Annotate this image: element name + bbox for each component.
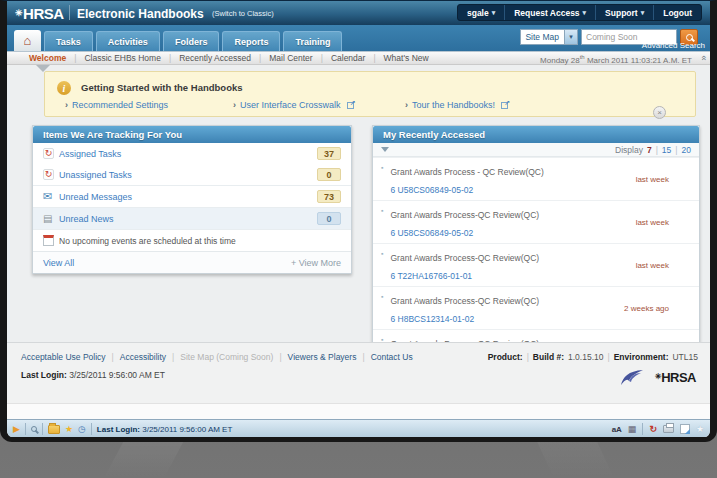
filter-funnel-icon[interactable] xyxy=(381,147,389,156)
print-icon[interactable] xyxy=(663,425,674,433)
recent-row: ▪ Grant Awards Process-QC Review(QC)6 U5… xyxy=(373,200,699,243)
grid-view-icon[interactable]: ▦ xyxy=(628,425,637,434)
toolbar-divider xyxy=(91,423,92,435)
refresh-icon[interactable]: ↻ xyxy=(649,425,657,434)
viewers-and-players-link[interactable]: Viewers & Players xyxy=(288,352,357,362)
search-icon[interactable] xyxy=(31,426,37,432)
grant-number-link[interactable]: 6 U58CS06849-05-02 xyxy=(390,185,473,195)
info-icon: i xyxy=(57,81,71,95)
footer-divider: | xyxy=(112,352,114,362)
folder-icon[interactable] xyxy=(48,425,60,434)
grant-number-link[interactable]: 6 H8BCS12314-01-02 xyxy=(390,314,474,324)
no-events-note: No upcoming events are scheduled at this… xyxy=(59,236,236,246)
tab-folders[interactable]: Folders xyxy=(163,31,220,51)
subnav-recently-accessed[interactable]: Recently Accessed xyxy=(171,53,259,63)
acceptable-use-policy-link[interactable]: Acceptable Use Policy xyxy=(21,352,106,362)
link-arrow-icon: › xyxy=(233,100,236,110)
hhs-eagle-icon xyxy=(619,367,645,387)
recent-process-title: Grant Awards Process-QC Review(QC) xyxy=(390,253,539,263)
display-option-15[interactable]: 15 xyxy=(662,145,671,155)
unassigned-tasks-link[interactable]: Unassigned Tasks xyxy=(59,170,317,180)
recommended-settings-link[interactable]: ›Recommended Settings xyxy=(65,100,168,110)
contact-us-link[interactable]: Contact Us xyxy=(371,352,413,362)
tab-tasks[interactable]: Tasks xyxy=(44,31,93,51)
grant-number-link[interactable]: 6 T22HA16766-01-01 xyxy=(390,271,472,281)
desktop-backdrop: ✳HRSA Electronic Handbooks (Switch to Cl… xyxy=(0,0,717,478)
search-icon xyxy=(686,34,693,41)
hrsa-logo-mark-icon: ✳ xyxy=(15,8,22,18)
advanced-search-link[interactable]: Advanced Search xyxy=(642,41,705,50)
logo-divider xyxy=(69,5,70,20)
user-interface-crosswalk-link[interactable]: ›User Interface Crosswalk xyxy=(233,100,354,110)
banner-close-button[interactable]: × xyxy=(653,106,666,119)
user-menu-sgale[interactable]: sgale▾ xyxy=(458,5,504,20)
notes-icon[interactable] xyxy=(680,424,690,434)
recency-label: last week xyxy=(636,175,691,184)
tab-home[interactable]: ⌂ xyxy=(14,30,41,51)
mail-icon: ✉ xyxy=(43,191,52,202)
hrsa-footer-logo: ✳HRSA xyxy=(655,370,696,385)
statusbar-right-tools: aA ▦ ↻ ★ xyxy=(612,423,704,435)
subnav-calendar[interactable]: Calendar xyxy=(323,53,374,63)
recency-label: last week xyxy=(636,261,691,270)
agency-logos: ✳HRSA xyxy=(619,367,696,387)
build-info: Product:| Build #:1.0.15.10| Environment… xyxy=(488,352,698,362)
grant-number-link[interactable]: 6 U58CS06849-05-02 xyxy=(390,228,473,238)
select-dropdown-arrow: ▾ xyxy=(564,30,577,44)
secondary-nav-bar: Welcome| Classic EHBs Home| Recently Acc… xyxy=(7,51,710,65)
display-count-selector: Display 7 | 15 | 20 xyxy=(615,145,691,155)
display-option-7[interactable]: 7 xyxy=(647,145,652,155)
history-clock-icon[interactable]: ◷ xyxy=(78,425,86,434)
subnav-classic-ehbs-home[interactable]: Classic EHBs Home xyxy=(76,53,169,63)
chevron-down-icon: ▾ xyxy=(641,9,645,17)
hrsa-logo-text: HRSA xyxy=(23,5,64,22)
collapse-header-icon[interactable]: « xyxy=(698,55,708,60)
bookmark-star-icon[interactable]: ★ xyxy=(696,425,704,434)
toolbar-divider xyxy=(42,423,43,435)
recent-process-title: Grant Awards Process-QC Review(QC) xyxy=(390,210,539,220)
recency-label: last week xyxy=(636,218,691,227)
subnav-mail-center[interactable]: Mail Center xyxy=(261,53,320,63)
tracking-panel-footer: View All + View More xyxy=(33,251,351,273)
logout-button[interactable]: Logout xyxy=(653,5,701,20)
calendar-icon xyxy=(43,235,54,246)
assigned-tasks-link[interactable]: Assigned Tasks xyxy=(59,149,317,159)
app-window: ✳HRSA Electronic Handbooks (Switch to Cl… xyxy=(0,0,717,442)
tracking-view-more-link[interactable]: + View More xyxy=(291,258,341,268)
primary-nav-bar: ⌂ Tasks Activities Folders Reports Train… xyxy=(7,25,710,51)
support-menu[interactable]: Support▾ xyxy=(595,5,653,20)
recency-label: 2 weeks ago xyxy=(624,304,691,313)
subnav-welcome[interactable]: Welcome xyxy=(21,53,74,63)
footer-divider: | xyxy=(279,352,281,362)
tab-training[interactable]: Training xyxy=(283,31,342,51)
font-size-icon[interactable]: aA xyxy=(612,425,622,434)
switch-to-classic-link[interactable]: (Switch to Classic) xyxy=(212,9,274,18)
link-arrow-icon: › xyxy=(405,100,408,110)
task-icon: ↻ xyxy=(43,148,54,159)
footer-last-login: Last Login: 3/25/2011 9:56:00 AM ET xyxy=(21,370,165,380)
getting-started-banner: i Getting Started with the Handbooks ›Re… xyxy=(44,71,696,117)
accessibility-link[interactable]: Accessibility xyxy=(120,352,166,362)
task-icon: ↻ xyxy=(43,169,54,180)
tracking-row-assigned-tasks: ↻ Assigned Tasks 37 xyxy=(33,143,351,164)
recent-process-title: Grant Awards Process - QC Review(QC) xyxy=(390,167,543,177)
tour-handbooks-link[interactable]: ›Tour the Handbooks! xyxy=(405,100,508,110)
unread-news-link[interactable]: Unread News xyxy=(59,214,317,224)
unread-news-count-badge: 0 xyxy=(317,212,341,225)
go-icon[interactable]: ▶ xyxy=(13,425,20,434)
display-divider: | xyxy=(675,145,677,155)
display-option-20[interactable]: 20 xyxy=(682,145,691,155)
recently-accessed-panel-title: My Recently Accessed xyxy=(373,126,699,143)
unread-messages-link[interactable]: Unread Messages xyxy=(59,192,317,202)
top-header-bar: ✳HRSA Electronic Handbooks (Switch to Cl… xyxy=(7,1,710,25)
subnav-whats-new[interactable]: What's New xyxy=(376,53,437,63)
footer-links: Acceptable Use Policy| Accessibility| Si… xyxy=(21,352,413,362)
tab-activities[interactable]: Activities xyxy=(96,31,160,51)
tracking-view-all-link[interactable]: View All xyxy=(43,258,74,268)
display-label: Display xyxy=(615,145,643,155)
request-access-menu[interactable]: Request Access▾ xyxy=(504,5,595,20)
link-arrow-icon: › xyxy=(65,100,68,110)
tab-reports[interactable]: Reports xyxy=(222,31,280,51)
search-scope-select[interactable]: Site Map▾ xyxy=(520,29,578,45)
favorites-star-icon[interactable]: ★ xyxy=(65,425,73,434)
